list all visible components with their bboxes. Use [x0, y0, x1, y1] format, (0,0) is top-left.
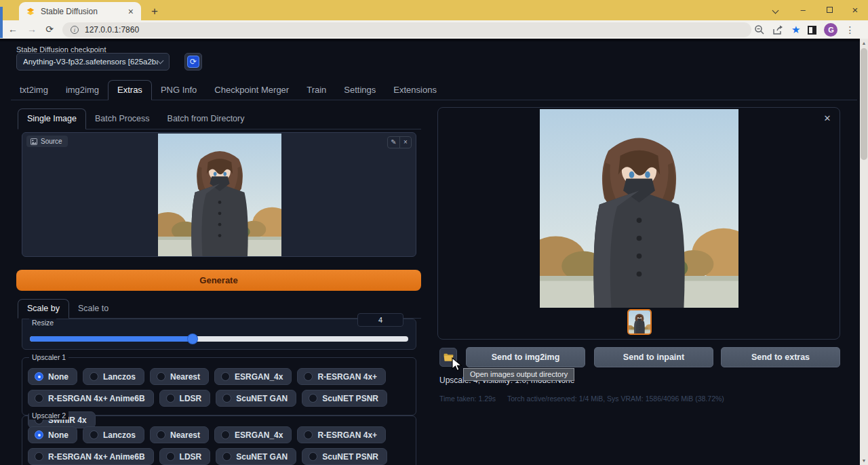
radio-lanczos[interactable]: Lanczos — [83, 368, 144, 385]
sidepanel-icon[interactable] — [808, 26, 816, 35]
radio-icon — [157, 430, 165, 439]
close-window-button[interactable]: × — [845, 0, 865, 20]
radio-esrgan4x[interactable]: ESRGAN_4x — [214, 368, 292, 385]
send-to-img2img-button[interactable]: Send to img2img — [466, 347, 585, 367]
radio-resrgan4x[interactable]: R-ESRGAN 4x+ — [297, 368, 386, 385]
radio-ldsr[interactable]: LDSR — [159, 390, 211, 407]
profile-avatar[interactable]: G — [824, 23, 837, 37]
scroll-down-icon[interactable]: ▼ — [860, 456, 868, 465]
browser-tab[interactable]: Stable Diffusion × — [19, 2, 141, 20]
slider-handle[interactable] — [188, 334, 197, 344]
radio-icon — [309, 452, 317, 461]
tabsearch-chevron-icon[interactable] — [765, 0, 785, 20]
share-icon[interactable] — [772, 25, 784, 35]
scrollbar-thumb[interactable] — [861, 48, 867, 160]
tab-img2img[interactable]: img2img — [57, 81, 108, 100]
minimize-button[interactable]: – — [793, 0, 813, 20]
tab-extensions[interactable]: Extensions — [384, 81, 446, 100]
image-icon — [31, 138, 37, 145]
bookmark-star-icon[interactable]: ★ — [791, 24, 800, 36]
tab-close-icon[interactable]: × — [126, 6, 136, 17]
tab-txt2img[interactable]: txt2img — [11, 81, 57, 100]
url-text: 127.0.0.1:7860 — [85, 25, 139, 35]
radio-nearest[interactable]: Nearest — [150, 426, 209, 443]
source-chip-label: Source — [41, 138, 62, 145]
tab-scale-by[interactable]: Scale by — [18, 299, 69, 319]
radio-ldsr[interactable]: LDSR — [159, 448, 211, 465]
back-button[interactable]: ← — [5, 22, 20, 37]
gradio-favicon-icon — [26, 7, 35, 16]
app-window: Stable Diffusion × + – × ← → ⟳ i 127.0.0… — [0, 0, 868, 465]
checkpoint-dropdown[interactable]: Anything-V3-fp32.safetensors [625a2ba2] — [16, 53, 170, 70]
send-to-inpaint-button[interactable]: Send to inpaint — [594, 347, 713, 367]
reload-button[interactable]: ⟳ — [42, 22, 57, 37]
site-info-icon[interactable]: i — [71, 26, 79, 34]
radio-icon — [35, 372, 43, 381]
result-gallery: ✕ — [437, 107, 840, 340]
tab-train[interactable]: Train — [298, 81, 335, 100]
resize-block: Resize 4 — [22, 319, 416, 350]
radio-icon — [157, 372, 165, 381]
resize-slider[interactable] — [30, 334, 408, 344]
source-chip: Source — [26, 136, 68, 147]
upscaler2-options: None Lanczos Nearest ESRGAN_4x R-ESRGAN … — [28, 426, 410, 465]
browser-tab-title: Stable Diffusion — [41, 7, 126, 16]
radio-scunet-gan[interactable]: ScuNET GAN — [216, 448, 296, 465]
main-tabbar: txt2img img2img Extras PNG Info Checkpoi… — [11, 80, 857, 100]
radio-icon — [35, 452, 43, 461]
radio-icon — [309, 394, 317, 403]
tab-batch-from-directory[interactable]: Batch from Directory — [159, 109, 254, 129]
zoom-icon[interactable] — [754, 24, 765, 35]
gallery-close-icon[interactable]: ✕ — [822, 113, 833, 123]
generate-button[interactable]: Generate — [16, 270, 421, 291]
clear-image-icon[interactable]: × — [399, 137, 411, 148]
radio-none[interactable]: None — [28, 426, 77, 443]
browser-menu-icon[interactable]: ⋮ — [845, 24, 854, 35]
refresh-checkpoints-button[interactable]: ⟳ — [184, 53, 202, 70]
new-tab-button[interactable]: + — [146, 3, 163, 20]
radio-nearest[interactable]: Nearest — [150, 368, 209, 385]
radio-resrgan-anime6b[interactable]: R-ESRGAN 4x+ Anime6B — [28, 448, 154, 465]
tab-checkpoint-merger[interactable]: Checkpoint Merger — [205, 81, 298, 100]
refresh-icon: ⟳ — [187, 56, 199, 68]
thumbnail-image — [629, 310, 650, 333]
result-thumbnail[interactable] — [627, 309, 652, 335]
radio-scunet-psnr[interactable]: ScuNET PSNR — [302, 448, 387, 465]
extras-subtabbar: Single Image Batch Process Batch from Di… — [18, 108, 421, 129]
send-to-extras-button[interactable]: Send to extras — [721, 347, 840, 367]
radio-esrgan4x[interactable]: ESRGAN_4x — [214, 426, 292, 443]
chevron-down-icon — [157, 57, 164, 64]
tab-extras[interactable]: Extras — [108, 80, 152, 100]
resize-number-input[interactable]: 4 — [357, 313, 403, 327]
radio-icon — [222, 452, 231, 461]
tab-batch-process[interactable]: Batch Process — [86, 109, 159, 129]
page-scrollbar[interactable]: ▲ ▼ — [860, 39, 868, 465]
tab-single-image[interactable]: Single Image — [18, 108, 86, 129]
edit-pencil-icon[interactable]: ✎ — [388, 137, 399, 148]
radio-scunet-gan[interactable]: ScuNET GAN — [216, 390, 296, 407]
radio-none[interactable]: None — [28, 368, 77, 385]
source-image-dropzone[interactable]: Source ✎ × — [22, 132, 416, 257]
radio-resrgan-anime6b[interactable]: R-ESRGAN 4x+ Anime6B — [28, 390, 154, 407]
source-image[interactable] — [158, 134, 281, 256]
tab-scale-to[interactable]: Scale to — [69, 300, 117, 318]
radio-icon — [221, 430, 230, 439]
tab-png-info[interactable]: PNG Info — [152, 81, 205, 100]
tab-settings[interactable]: Settings — [335, 81, 384, 100]
maximize-button[interactable] — [819, 0, 840, 20]
radio-scunet-psnr[interactable]: ScuNET PSNR — [302, 390, 387, 407]
chrome-page-divider — [0, 39, 868, 41]
radio-resrgan4x[interactable]: R-ESRGAN 4x+ — [297, 426, 386, 443]
mouse-cursor — [452, 357, 462, 372]
scroll-up-icon[interactable]: ▲ — [860, 39, 868, 47]
checkpoint-value: Anything-V3-fp32.safetensors [625a2ba2] — [23, 58, 158, 66]
radio-lanczos[interactable]: Lanczos — [83, 426, 144, 443]
radio-icon — [221, 372, 230, 381]
upscaler1-block: Upscaler 1 None Lanczos Nearest ESRGAN_4… — [22, 357, 416, 416]
forward-button[interactable]: → — [24, 22, 39, 37]
resize-label: Resize — [29, 319, 56, 327]
radio-icon — [166, 394, 175, 403]
upscaler1-label: Upscaler 1 — [29, 353, 68, 361]
address-bar[interactable]: i 127.0.0.1:7860 — [62, 22, 751, 37]
result-image[interactable] — [540, 109, 738, 308]
